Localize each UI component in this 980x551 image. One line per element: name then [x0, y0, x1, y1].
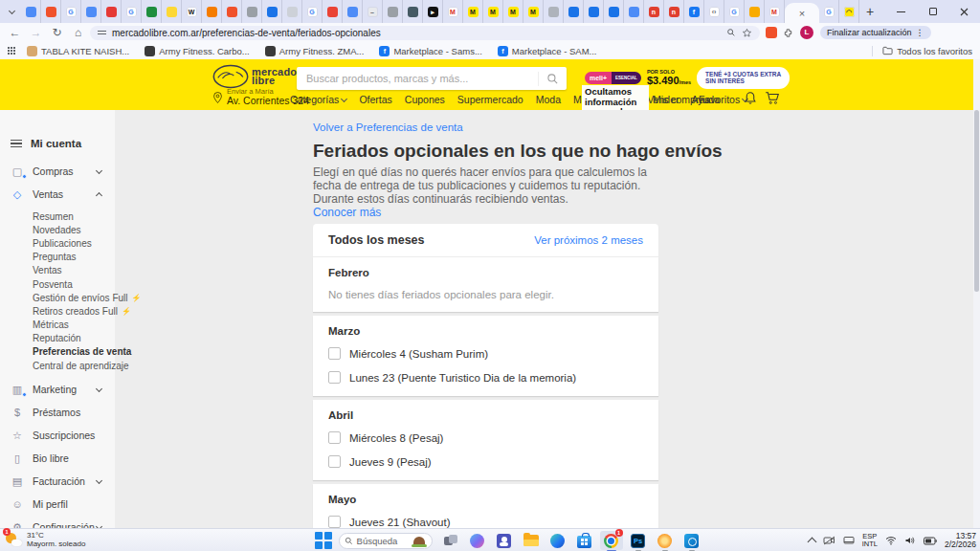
language-indicator[interactable]: ESPINTL [862, 533, 878, 548]
bookmark-army-zma[interactable]: Army Fitness. ZMA... [265, 46, 365, 56]
volume-icon[interactable] [904, 536, 916, 545]
sidebar-item-configuracion[interactable]: ⚙Configuración [0, 516, 115, 528]
sidebar-item-marketing[interactable]: ▥Marketing [0, 378, 115, 401]
extensions-puzzle-icon[interactable] [783, 28, 793, 38]
bookmark-marketplace-sam[interactable]: fMarketplace - SAM... [498, 46, 597, 56]
tab-ext-orange[interactable] [41, 0, 61, 23]
sidebar-subitem-publicaciones[interactable]: Publicaciones [0, 236, 115, 250]
apps-grid-icon[interactable] [8, 47, 15, 55]
favorites-link[interactable]: Favoritos [699, 94, 747, 105]
close-button[interactable] [948, 0, 980, 23]
taskbar-search[interactable]: Búsqueda [339, 533, 433, 549]
tab-wikipedia[interactable]: W [182, 0, 202, 23]
scrollbar-thumb[interactable] [974, 110, 979, 292]
tab-meli2[interactable]: M [483, 0, 503, 23]
tab-green-site[interactable] [142, 0, 162, 23]
home-button[interactable]: ⌂ [69, 24, 87, 41]
sidebar-item-suscripciones[interactable]: ☆Suscripciones [0, 424, 115, 447]
camera-off-icon[interactable] [823, 536, 835, 545]
holiday-option[interactable]: Miércoles 4 (Susham Purim) [328, 346, 643, 361]
holiday-option[interactable]: Jueves 9 (Pesaj) [328, 454, 643, 469]
taskbar-file-explorer[interactable] [520, 531, 543, 550]
bookmark-army-carbo[interactable]: Army Fitness. Carbo... [145, 46, 250, 56]
taskbar-microsoft-store[interactable] [573, 531, 596, 550]
taskbar-task-view[interactable] [439, 531, 462, 550]
taskbar-chrome[interactable]: 1 [600, 531, 623, 550]
tab-shop[interactable] [202, 0, 222, 23]
holiday-option[interactable]: Miércoles 8 (Pesaj) [328, 430, 643, 445]
tab-gray-site2[interactable] [282, 0, 302, 23]
tab-meli3[interactable]: M [503, 0, 523, 23]
site-info-icon[interactable] [98, 29, 106, 36]
hidden-icons-chevron[interactable] [807, 538, 816, 547]
page-scrollbar[interactable] [973, 59, 980, 528]
holiday-checkbox[interactable] [328, 455, 341, 468]
bookmark-tabla-kite[interactable]: TABLA KITE NAISH... [27, 46, 129, 56]
taskbar-teams[interactable] [493, 531, 516, 550]
back-breadcrumb-link[interactable]: Volver a Preferencias de venta [313, 121, 980, 133]
sidebar-subitem-central-aprendizaje[interactable]: Central de aprendizaje [0, 359, 115, 372]
update-chrome-button[interactable]: Finalizar actualización ⋮ [820, 26, 931, 39]
holiday-checkbox[interactable] [328, 371, 341, 384]
sidebar-subitem-novedades[interactable]: Novedades [0, 223, 115, 236]
holiday-checkbox[interactable] [328, 347, 341, 360]
tab-meli1[interactable]: M [463, 0, 483, 23]
tab-blue-site[interactable] [262, 0, 282, 23]
holiday-checkbox[interactable] [328, 516, 341, 528]
tab-docs2[interactable] [81, 0, 101, 23]
start-button[interactable] [315, 532, 332, 549]
tab-google[interactable]: G [61, 0, 81, 23]
tab-gmail[interactable]: M [443, 0, 463, 23]
sidebar-item-compras[interactable]: ▢Compras [0, 160, 115, 183]
new-tab-button[interactable]: + [859, 1, 880, 22]
taskbar-outlook[interactable] [680, 531, 703, 550]
tab-docs3[interactable] [343, 0, 363, 23]
all-bookmarks-button[interactable]: Todos los favoritos [872, 46, 972, 56]
sidebar-subitem-metricas[interactable]: Métricas [0, 319, 115, 332]
weather-widget[interactable]: 1 31°C Mayorm. soleado [5, 531, 85, 548]
taskbar-edge[interactable] [546, 531, 569, 550]
holiday-checkbox[interactable] [328, 431, 341, 444]
ml-logo[interactable]: mercadolibre [212, 64, 297, 89]
tab-meli4[interactable]: M [523, 0, 544, 23]
tab-google5[interactable]: G [819, 0, 839, 23]
tab-code[interactable]: ‹› [704, 0, 724, 23]
extension-icon[interactable] [766, 27, 777, 38]
sidebar-subitem-resumen[interactable]: Resumen [0, 209, 115, 223]
ml-nav-moda[interactable]: Moda [536, 94, 561, 105]
tab-blue-site4[interactable] [604, 0, 624, 23]
tab-docs[interactable] [21, 0, 41, 23]
taskbar-copilot[interactable] [466, 531, 489, 550]
tab-ext-orange2[interactable] [222, 0, 242, 23]
menu-icon[interactable] [11, 138, 22, 149]
ml-nav-ofertas[interactable]: Ofertas [359, 94, 391, 105]
bookmark-marketplace-sams[interactable]: fMarketplace - Sams... [379, 46, 481, 56]
tab-meet[interactable]: – [363, 0, 383, 23]
back-button[interactable]: ← [6, 24, 24, 41]
battery-icon[interactable] [924, 537, 937, 545]
tab-bolt-site[interactable] [162, 0, 182, 23]
taskbar-settings-icon[interactable] [843, 536, 855, 545]
taskbar-photoshop[interactable]: Ps [627, 531, 650, 550]
holiday-option[interactable]: Lunes 23 (Puente Turistico Dia de la mem… [328, 370, 643, 385]
search-icon[interactable] [539, 73, 567, 85]
ml-nav-cupones[interactable]: Cupones [405, 94, 445, 105]
profile-avatar[interactable]: L [800, 26, 813, 39]
taskbar-photo-viewer[interactable] [654, 531, 677, 550]
tab-google4[interactable]: G [724, 0, 745, 23]
bookmark-star-icon[interactable] [742, 28, 752, 38]
tab-close-icon[interactable]: × [799, 8, 805, 19]
tab-pdf[interactable] [101, 0, 122, 23]
tab-blue-site2[interactable] [564, 0, 584, 23]
view-next-months-link[interactable]: Ver próximos 2 meses [534, 234, 643, 246]
sidebar-subitem-preguntas[interactable]: Preguntas [0, 251, 115, 264]
zoom-icon[interactable] [726, 28, 736, 37]
tab-red-n1[interactable]: n [644, 0, 664, 23]
tab-search-chevron-icon[interactable] [4, 4, 19, 19]
tab-photos[interactable] [403, 0, 423, 23]
tab-gray-site[interactable] [242, 0, 262, 23]
tab-chat[interactable] [544, 0, 564, 23]
tab-blue-site3[interactable] [584, 0, 604, 23]
sidebar-item-mi-perfil[interactable]: ☺Mi perfil [0, 493, 115, 516]
clock[interactable]: 13:572/2/2026 [945, 532, 976, 550]
